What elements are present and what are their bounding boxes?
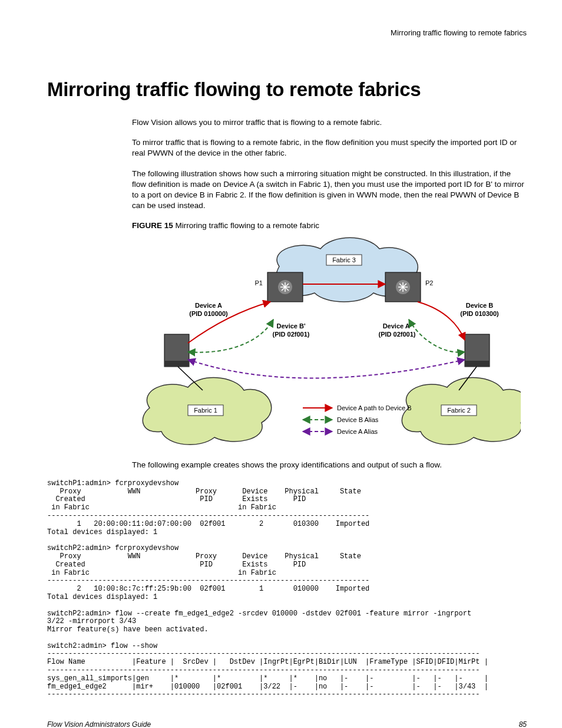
figure-caption: FIGURE 15 Mirroring traffic flowing to a… bbox=[132, 221, 527, 230]
svg-text:(PID 010000): (PID 010000) bbox=[189, 310, 228, 317]
svg-text:Device A': Device A' bbox=[383, 322, 412, 330]
svg-text:Device B: Device B bbox=[466, 302, 494, 309]
figure-diagram: Fabric 3 P1 P2 Device A (PID 010000) Dev… bbox=[132, 237, 521, 452]
svg-text:Device B': Device B' bbox=[276, 322, 305, 330]
paragraph-1: Flow Vision allows you to mirror traffic… bbox=[132, 117, 527, 128]
svg-text:Device A: Device A bbox=[195, 302, 222, 309]
paragraph-3: The following illustration shows how suc… bbox=[132, 169, 527, 212]
paragraph-2: To mirror traffic that is flowing to a r… bbox=[132, 137, 527, 159]
figure-title: Mirroring traffic flowing to a remote fa… bbox=[176, 221, 319, 230]
svg-text:(PID 02f001): (PID 02f001) bbox=[273, 331, 310, 338]
footer-page-number: 85 bbox=[519, 720, 527, 728]
running-header: Mirroring traffic flowing to remote fabr… bbox=[47, 28, 527, 37]
svg-text:(PID 010300): (PID 010300) bbox=[460, 310, 499, 317]
svg-rect-20 bbox=[465, 361, 490, 367]
page-title: Mirroring traffic flowing to remote fabr… bbox=[47, 78, 527, 101]
svg-text:Device B Alias: Device B Alias bbox=[337, 416, 379, 423]
code-listing: switchP1:admin> fcrproxydevshow Proxy WW… bbox=[47, 480, 527, 700]
svg-text:Fabric 1: Fabric 1 bbox=[194, 407, 217, 414]
footer-doc-title: Flow Vision Administrators Guide bbox=[47, 720, 151, 728]
svg-rect-18 bbox=[164, 361, 189, 367]
svg-text:Device A path to Device B: Device A path to Device B bbox=[337, 404, 412, 411]
svg-text:P1: P1 bbox=[255, 279, 263, 286]
example-intro: The following example creates shows the … bbox=[132, 460, 527, 470]
svg-text:(PID 02f001): (PID 02f001) bbox=[379, 331, 416, 338]
svg-text:P2: P2 bbox=[425, 279, 433, 286]
svg-text:Fabric 2: Fabric 2 bbox=[447, 407, 471, 414]
page-footer: Flow Vision Administrators Guide 53-1003… bbox=[47, 720, 527, 728]
svg-text:Fabric 3: Fabric 3 bbox=[332, 256, 356, 263]
svg-text:Device A Alias: Device A Alias bbox=[337, 428, 378, 435]
figure-label: FIGURE 15 bbox=[132, 221, 173, 230]
